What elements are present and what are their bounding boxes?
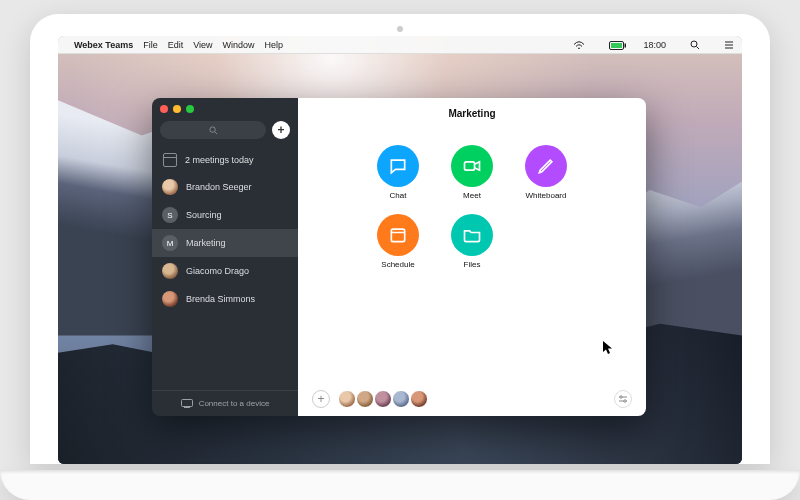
participant-avatar[interactable]: [374, 390, 392, 408]
add-participant-button[interactable]: +: [312, 390, 330, 408]
laptop-base: [0, 470, 800, 500]
tile-label: Chat: [390, 191, 407, 200]
svg-point-16: [620, 396, 622, 398]
svg-rect-1: [611, 43, 622, 48]
tile-label: Files: [464, 260, 481, 269]
avatar: [162, 263, 178, 279]
svg-rect-2: [625, 43, 627, 47]
tile-whiteboard[interactable]: Whiteboard: [520, 145, 572, 200]
spotlight-icon[interactable]: [682, 39, 700, 50]
svg-rect-10: [181, 400, 192, 407]
space-title: Marketing: [312, 108, 632, 119]
sidebar-meetings-label: 2 meetings today: [185, 155, 254, 165]
svg-rect-13: [391, 229, 404, 242]
avatar: S: [162, 207, 178, 223]
main-panel: Marketing Chat Mee: [298, 98, 646, 416]
menubar-clock[interactable]: 18:00: [643, 40, 666, 50]
search-input[interactable]: [160, 121, 266, 139]
menubar-file[interactable]: File: [143, 40, 158, 50]
fullscreen-window-button[interactable]: [186, 105, 194, 113]
participant-avatar[interactable]: [338, 390, 356, 408]
calendar-icon: [163, 153, 177, 167]
sliders-icon: [618, 394, 628, 404]
svg-line-4: [697, 46, 700, 49]
tile-schedule[interactable]: Schedule: [372, 214, 424, 269]
avatar: [162, 179, 178, 195]
macos-menubar: Webex Teams File Edit View Window Help 1…: [58, 36, 742, 54]
sidebar: + 2 meetings today Brandon Seeger S Sour…: [152, 98, 298, 416]
window-controls: [152, 98, 298, 117]
sidebar-item-label: Brenda Simmons: [186, 294, 255, 304]
menubar-help[interactable]: Help: [265, 40, 284, 50]
connect-to-device-button[interactable]: Connect to a device: [152, 390, 298, 416]
svg-point-8: [209, 126, 214, 131]
sidebar-item-brenda-simmons[interactable]: Brenda Simmons: [152, 285, 298, 313]
connect-to-device-label: Connect to a device: [199, 399, 270, 408]
sidebar-item-sourcing[interactable]: S Sourcing: [152, 201, 298, 229]
schedule-icon: [377, 214, 419, 256]
svg-point-3: [691, 41, 697, 47]
sidebar-item-label: Brandon Seeger: [186, 182, 252, 192]
participant-avatar[interactable]: [356, 390, 374, 408]
tile-files[interactable]: Files: [446, 214, 498, 269]
desktop-screen: Webex Teams File Edit View Window Help 1…: [58, 36, 742, 464]
menubar-edit[interactable]: Edit: [168, 40, 184, 50]
sidebar-item-marketing[interactable]: M Marketing: [152, 229, 298, 257]
sidebar-item-label: Marketing: [186, 238, 226, 248]
video-icon: [451, 145, 493, 187]
new-space-button[interactable]: +: [272, 121, 290, 139]
sidebar-item-label: Giacomo Drago: [186, 266, 249, 276]
tile-meet[interactable]: Meet: [446, 145, 498, 200]
minimize-window-button[interactable]: [173, 105, 181, 113]
menubar-app-name[interactable]: Webex Teams: [74, 40, 133, 50]
search-icon: [209, 126, 218, 135]
svg-point-18: [624, 400, 626, 402]
sidebar-item-label: Sourcing: [186, 210, 222, 220]
avatar: M: [162, 235, 178, 251]
folder-icon: [451, 214, 493, 256]
sidebar-item-giacomo-drago[interactable]: Giacomo Drago: [152, 257, 298, 285]
pen-icon: [525, 145, 567, 187]
space-settings-button[interactable]: [614, 390, 632, 408]
webex-teams-window: + 2 meetings today Brandon Seeger S Sour…: [152, 98, 646, 416]
close-window-button[interactable]: [160, 105, 168, 113]
participant-avatar[interactable]: [410, 390, 428, 408]
sidebar-meetings-today[interactable]: 2 meetings today: [152, 147, 298, 173]
cast-icon: [181, 399, 193, 408]
tile-label: Meet: [463, 191, 481, 200]
tile-label: Schedule: [381, 260, 414, 269]
tile-label: Whiteboard: [526, 191, 567, 200]
participant-avatar[interactable]: [392, 390, 410, 408]
avatar: [162, 291, 178, 307]
svg-rect-12: [465, 162, 475, 170]
wifi-icon[interactable]: [565, 39, 585, 49]
svg-line-9: [214, 131, 216, 133]
sidebar-item-brandon-seeger[interactable]: Brandon Seeger: [152, 173, 298, 201]
tile-chat[interactable]: Chat: [372, 145, 424, 200]
menu-extra-icon[interactable]: [716, 39, 734, 50]
menubar-view[interactable]: View: [193, 40, 212, 50]
chat-icon: [377, 145, 419, 187]
menubar-window[interactable]: Window: [223, 40, 255, 50]
battery-icon[interactable]: [601, 39, 627, 49]
